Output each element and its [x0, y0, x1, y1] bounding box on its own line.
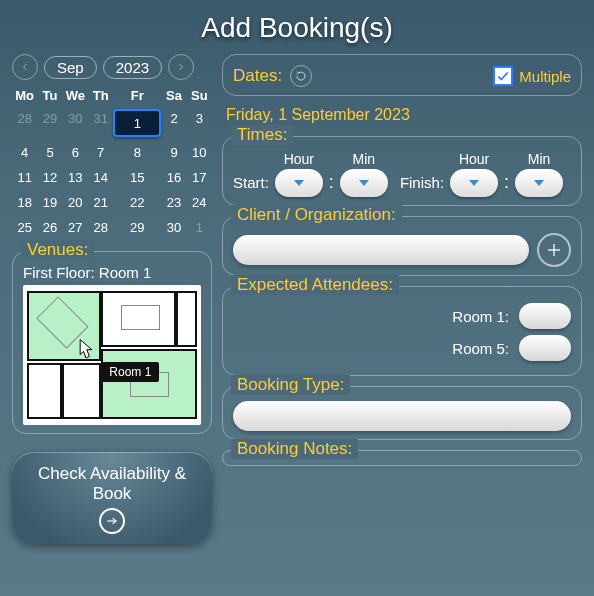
attendee-room-label: Room 5:: [452, 340, 509, 357]
next-month-button[interactable]: [168, 54, 194, 80]
start-hour-select[interactable]: [275, 169, 323, 197]
calendar-day[interactable]: 30: [63, 109, 88, 137]
calendar-day[interactable]: 6: [63, 143, 88, 162]
arrow-right-icon: [99, 508, 125, 534]
multiple-toggle[interactable]: Multiple: [493, 66, 571, 86]
calendar-dow: Th: [88, 88, 113, 103]
calendar-day[interactable]: 18: [12, 193, 37, 212]
calendar-dow: Tu: [37, 88, 62, 103]
booking-type-label: Booking Type:: [231, 375, 350, 395]
calendar-dow: We: [63, 88, 88, 103]
calendar-day[interactable]: 10: [187, 143, 212, 162]
multiple-checkbox[interactable]: [493, 66, 513, 86]
client-label: Client / Organization:: [231, 205, 402, 225]
calendar-day[interactable]: 14: [88, 168, 113, 187]
venues-label: Venues:: [21, 240, 94, 260]
calendar-day[interactable]: 5: [37, 143, 62, 162]
calendar-day[interactable]: 19: [37, 193, 62, 212]
chevron-down-icon: [294, 180, 304, 186]
calendar-dow: Sa: [161, 88, 186, 103]
client-input[interactable]: [233, 235, 529, 265]
check-availability-label: Check Availability & Book: [22, 464, 202, 504]
calendar-dow: Su: [187, 88, 212, 103]
finish-hour-select[interactable]: [450, 169, 498, 197]
calendar-day[interactable]: 3: [187, 109, 212, 137]
calendar-day[interactable]: 24: [187, 193, 212, 212]
attendee-row: Room 1:: [233, 303, 571, 329]
calendar-day[interactable]: 13: [63, 168, 88, 187]
calendar-day[interactable]: 27: [63, 218, 88, 237]
floor-plan[interactable]: Room 1: [23, 285, 201, 425]
attendees-label: Expected Attendees:: [231, 275, 399, 295]
calendar-day[interactable]: 21: [88, 193, 113, 212]
start-min-header: Min: [353, 151, 376, 167]
booking-type-input[interactable]: [233, 401, 571, 431]
chevron-down-icon: [534, 180, 544, 186]
calendar-day[interactable]: 25: [12, 218, 37, 237]
refresh-dates-button[interactable]: [290, 65, 312, 87]
calendar-day[interactable]: 7: [88, 143, 113, 162]
calendar-day[interactable]: 8: [113, 143, 161, 162]
calendar-day[interactable]: 12: [37, 168, 62, 187]
calendar-day[interactable]: 15: [113, 168, 161, 187]
venue-selection-title: First Floor: Room 1: [23, 264, 201, 281]
dates-label: Dates:: [233, 66, 282, 86]
calendar-day[interactable]: 1: [113, 109, 161, 137]
dialog-title: Add Booking(s): [0, 0, 594, 54]
booking-notes-label: Booking Notes:: [231, 439, 358, 459]
chevron-down-icon: [359, 180, 369, 186]
start-hour-header: Hour: [284, 151, 314, 167]
calendar-day[interactable]: 2: [161, 109, 186, 137]
finish-min-select[interactable]: [515, 169, 563, 197]
calendar-day[interactable]: 20: [63, 193, 88, 212]
calendar-day[interactable]: 1: [187, 218, 212, 237]
finish-label: Finish:: [400, 174, 444, 191]
calendar-dow: Mo: [12, 88, 37, 103]
calendar-day[interactable]: 16: [161, 168, 186, 187]
finish-hour-header: Hour: [459, 151, 489, 167]
attendee-count-input[interactable]: [519, 335, 571, 361]
finish-min-header: Min: [528, 151, 551, 167]
calendar-day[interactable]: 28: [12, 109, 37, 137]
calendar-day[interactable]: 23: [161, 193, 186, 212]
multiple-label: Multiple: [519, 68, 571, 85]
calendar-day[interactable]: 22: [113, 193, 161, 212]
calendar-day[interactable]: 11: [12, 168, 37, 187]
times-label: Times:: [231, 125, 293, 145]
calendar-day[interactable]: 26: [37, 218, 62, 237]
attendee-room-label: Room 1:: [452, 308, 509, 325]
year-selector[interactable]: 2023: [103, 56, 162, 79]
calendar-day[interactable]: 9: [161, 143, 186, 162]
attendee-row: Room 5:: [233, 335, 571, 361]
calendar-day[interactable]: 4: [12, 143, 37, 162]
calendar-day[interactable]: 17: [187, 168, 212, 187]
check-availability-button[interactable]: Check Availability & Book: [12, 452, 212, 544]
add-client-button[interactable]: [537, 233, 571, 267]
calendar-grid: MoTuWeThFrSaSu28293031123456789101112131…: [12, 88, 212, 237]
calendar-day[interactable]: 28: [88, 218, 113, 237]
month-selector[interactable]: Sep: [44, 56, 97, 79]
room-tooltip: Room 1: [101, 362, 159, 382]
calendar-dow: Fr: [113, 88, 161, 103]
start-min-select[interactable]: [340, 169, 388, 197]
selected-date-display: Friday, 1 September 2023: [226, 106, 582, 124]
calendar-day[interactable]: 29: [113, 218, 161, 237]
chevron-down-icon: [469, 180, 479, 186]
start-label: Start:: [233, 174, 269, 191]
calendar-day[interactable]: 29: [37, 109, 62, 137]
cursor-icon: [76, 338, 96, 364]
prev-month-button[interactable]: [12, 54, 38, 80]
attendee-count-input[interactable]: [519, 303, 571, 329]
calendar-day[interactable]: 31: [88, 109, 113, 137]
calendar-day[interactable]: 30: [161, 218, 186, 237]
